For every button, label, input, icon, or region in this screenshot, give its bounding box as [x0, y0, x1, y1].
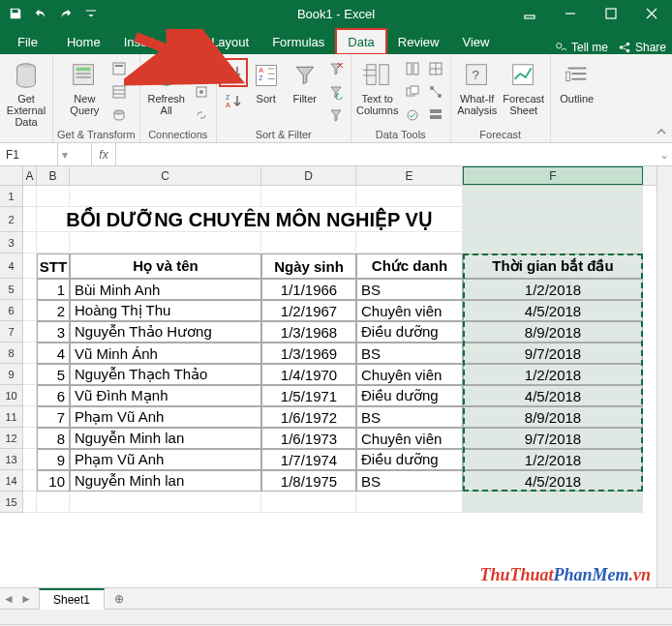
- cell-stt[interactable]: 5: [37, 364, 70, 385]
- relationships-button[interactable]: [425, 81, 446, 103]
- row-header[interactable]: 14: [0, 470, 23, 492]
- cell-stt[interactable]: 7: [37, 406, 70, 428]
- cell-dob[interactable]: 1/8/1975: [261, 470, 356, 492]
- cell-start[interactable]: 8/9/2018: [463, 406, 643, 428]
- maximize-button[interactable]: [591, 0, 631, 27]
- row-header[interactable]: 5: [0, 279, 23, 300]
- cell-stt[interactable]: 8: [37, 428, 70, 449]
- advanced-filter-button[interactable]: [325, 104, 347, 126]
- cell-dob[interactable]: 1/5/1971: [261, 385, 356, 406]
- refresh-all-button[interactable]: Refresh All: [144, 56, 189, 116]
- cell-dob[interactable]: 1/7/1974: [261, 449, 356, 470]
- row-header[interactable]: 3: [0, 232, 23, 253]
- remove-duplicates-button[interactable]: [402, 81, 423, 103]
- save-button[interactable]: [4, 2, 27, 25]
- row-header[interactable]: 4: [0, 253, 23, 279]
- collapse-ribbon-button[interactable]: [655, 125, 670, 140]
- row-header[interactable]: 8: [0, 343, 23, 364]
- insert-function-button[interactable]: fx: [91, 143, 116, 165]
- sort-descending-button[interactable]: ZA: [221, 89, 246, 114]
- clear-filter-button[interactable]: [325, 58, 347, 79]
- tab-home[interactable]: Home: [55, 29, 112, 54]
- cell-dob[interactable]: 1/3/1969: [261, 343, 356, 364]
- tab-review[interactable]: Review: [386, 29, 451, 54]
- worksheet-grid[interactable]: A B C D E F 1 2 3 4 5 6 7 8 9 10 11 12 1…: [0, 166, 672, 587]
- cell-pos[interactable]: Điều dưỡng: [356, 385, 463, 406]
- from-table-button[interactable]: [108, 81, 130, 103]
- minimize-button[interactable]: [550, 0, 591, 27]
- cell-pos[interactable]: Chuyên viên: [356, 300, 463, 321]
- ribbon-options-button[interactable]: [509, 0, 550, 27]
- cell-pos[interactable]: BS: [356, 279, 463, 300]
- cell-stt[interactable]: 1: [37, 279, 70, 300]
- show-queries-button[interactable]: [108, 58, 130, 79]
- select-all-corner[interactable]: [0, 166, 23, 185]
- cell-name[interactable]: Bùi Minh Anh: [70, 279, 261, 300]
- name-box-dropdown[interactable]: ▾: [58, 148, 72, 162]
- cell-dob[interactable]: 1/6/1973: [261, 428, 356, 449]
- cell-stt[interactable]: 6: [37, 385, 70, 406]
- cell-name[interactable]: Vũ Đình Mạnh: [70, 385, 261, 406]
- add-sheet-button[interactable]: ⊕: [108, 592, 130, 606]
- cell-pos[interactable]: Điều dưỡng: [356, 321, 463, 343]
- outline-button[interactable]: Outline: [555, 56, 599, 104]
- flash-fill-button[interactable]: [402, 58, 423, 79]
- cell-dob[interactable]: 1/1/1966: [261, 279, 356, 300]
- name-box[interactable]: F1: [0, 143, 58, 165]
- cell-dob[interactable]: 1/6/1972: [261, 406, 356, 428]
- row-header[interactable]: 11: [0, 406, 23, 428]
- cell-pos[interactable]: Điều dưỡng: [356, 449, 463, 470]
- cell-pos[interactable]: BS: [356, 406, 463, 428]
- row-header[interactable]: 9: [0, 364, 23, 385]
- cell-dob[interactable]: 1/4/1970: [261, 364, 356, 385]
- formula-input[interactable]: [116, 143, 657, 165]
- row-header[interactable]: 13: [0, 449, 23, 470]
- cell-pos[interactable]: Chuyên viên: [356, 364, 463, 385]
- cell-stt[interactable]: 2: [37, 300, 70, 321]
- cell-start[interactable]: 1/2/2018: [463, 279, 643, 300]
- row-header[interactable]: 12: [0, 428, 23, 449]
- cell-name[interactable]: Nguyễn Thạch Thảo: [70, 364, 261, 385]
- cell-start[interactable]: 4/5/2018: [463, 300, 643, 321]
- cell-stt[interactable]: 10: [37, 470, 70, 492]
- cell-start[interactable]: 1/2/2018: [463, 449, 643, 470]
- row-header[interactable]: 1: [0, 186, 23, 207]
- sheet-nav-prev[interactable]: ◄: [0, 592, 17, 606]
- tab-data[interactable]: Data: [336, 29, 385, 54]
- connections-button[interactable]: [191, 58, 212, 79]
- sheet-nav-next[interactable]: ►: [17, 592, 35, 606]
- row-header[interactable]: 6: [0, 300, 23, 321]
- consolidate-button[interactable]: [425, 58, 446, 79]
- col-header-a[interactable]: A: [23, 166, 37, 185]
- cell-stt[interactable]: 3: [37, 321, 70, 343]
- get-external-data-button[interactable]: Get External Data: [4, 56, 48, 128]
- row-header[interactable]: 15: [0, 492, 23, 513]
- col-header-f[interactable]: F: [463, 166, 643, 185]
- share-button[interactable]: Share: [618, 41, 666, 54]
- row-header[interactable]: 10: [0, 385, 23, 406]
- tab-view[interactable]: View: [450, 29, 501, 54]
- cell-name[interactable]: Phạm Vũ Anh: [70, 406, 261, 428]
- close-button[interactable]: [631, 0, 672, 27]
- properties-button[interactable]: [191, 81, 212, 103]
- undo-button[interactable]: [29, 2, 52, 25]
- sheet-tab-sheet1[interactable]: Sheet1: [39, 588, 105, 610]
- th-stt[interactable]: STT: [37, 253, 70, 279]
- cell-stt[interactable]: 9: [37, 449, 70, 470]
- qat-customize[interactable]: [79, 2, 103, 25]
- data-validation-button[interactable]: [402, 104, 423, 126]
- cell-start[interactable]: 8/9/2018: [463, 321, 643, 343]
- tab-formulas[interactable]: Formulas: [260, 29, 336, 54]
- tab-page-layout[interactable]: Page Layout: [167, 29, 260, 54]
- th-start[interactable]: Thời gian bắt đầu: [463, 253, 643, 279]
- vertical-scrollbar[interactable]: [657, 166, 672, 587]
- th-name[interactable]: Họ và tên: [70, 253, 261, 279]
- cell-pos[interactable]: BS: [356, 470, 463, 492]
- sort-button[interactable]: AZ Sort: [248, 56, 285, 104]
- reapply-button[interactable]: [325, 81, 347, 103]
- cell-name[interactable]: Vũ Minh Ánh: [70, 343, 261, 364]
- sort-ascending-button[interactable]: AZ: [221, 60, 246, 85]
- tab-insert[interactable]: Insert: [112, 29, 168, 54]
- cell-name[interactable]: Hoàng Thị Thu: [70, 300, 261, 321]
- cell-pos[interactable]: Chuyên viên: [356, 428, 463, 449]
